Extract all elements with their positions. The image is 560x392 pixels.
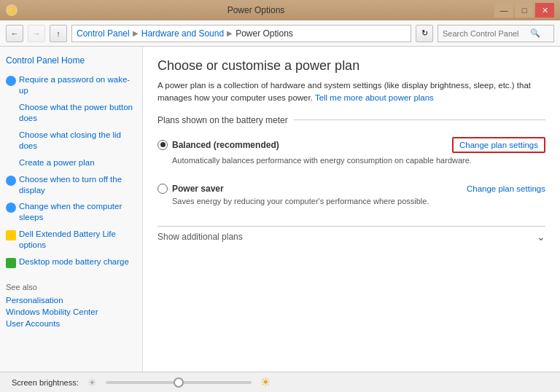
bullet-icon <box>6 176 16 186</box>
search-input[interactable] <box>443 29 530 38</box>
window-controls: — □ ✕ <box>494 3 554 17</box>
search-bar[interactable]: 🔍 <box>438 25 554 42</box>
main-container: Control Panel Home Require a password on… <box>0 47 560 372</box>
plan-balanced-row: Balanced (recommended) Change plan setti… <box>158 137 545 153</box>
sidebar-item-power-button[interactable]: Choose what the power button does <box>6 102 136 124</box>
bottombar: Screen brightness: ☀ ☀ <box>0 372 560 392</box>
content-area: Choose or customise a power plan A power… <box>143 47 560 372</box>
radio-balanced[interactable] <box>158 140 168 150</box>
see-also-section: See also Personalisation Windows Mobilit… <box>6 283 136 328</box>
minimize-button[interactable]: — <box>494 3 513 17</box>
plan-balanced: Balanced (recommended) Change plan setti… <box>158 133 545 170</box>
forward-button[interactable]: → <box>28 25 45 42</box>
sidebar-item-desktop-battery[interactable]: Desktop mode battery charge <box>6 256 136 268</box>
maximize-button[interactable]: □ <box>515 3 534 17</box>
show-additional-plans[interactable]: Show additional plans ⌄ <box>158 226 545 247</box>
back-button[interactable]: ← <box>6 25 23 42</box>
breadcrumb-controlpanel[interactable]: Control Panel <box>77 28 130 39</box>
sidebar-link-label: Create a power plan <box>19 157 95 168</box>
close-button[interactable]: ✕ <box>535 3 554 17</box>
sidebar-home-link[interactable]: Control Panel Home <box>6 55 136 66</box>
show-additional-label: Show additional plans <box>158 232 243 242</box>
sidebar-link-label: Choose what closing the lid does <box>19 130 136 152</box>
window-title: Power Options <box>18 5 494 15</box>
dell-icon <box>6 230 16 240</box>
bullet-icon <box>6 203 16 213</box>
radio-powersaver[interactable] <box>158 184 168 194</box>
breadcrumb-poweroptions: Power Options <box>236 28 293 39</box>
breadcrumb-bar: Control Panel ▶ Hardware and Sound ▶ Pow… <box>71 25 411 42</box>
sidebar-item-create-plan[interactable]: Create a power plan <box>6 157 136 168</box>
sun-low-icon: ☀ <box>88 377 97 388</box>
plan-powersaver: Power saver Change plan settings Saves e… <box>158 179 545 211</box>
sidebar-link-label: Desktop mode battery charge <box>19 256 129 267</box>
breadcrumb-hardwareandsound[interactable]: Hardware and Sound <box>141 28 224 39</box>
see-also-user-accounts[interactable]: User Accounts <box>6 319 136 328</box>
tell-me-more-link[interactable]: Tell me more about power plans <box>315 93 434 102</box>
titlebar: ⚡ Power Options — □ ✕ <box>0 0 560 20</box>
app-icon: ⚡ <box>6 4 18 16</box>
change-plan-powersaver-link[interactable]: Change plan settings <box>467 184 545 193</box>
plans-section-header: Plans shown on the battery meter <box>158 115 545 125</box>
sidebar-item-closing-lid[interactable]: Choose what closing the lid does <box>6 130 136 152</box>
bullet-icon <box>6 76 16 86</box>
refresh-button[interactable]: ↻ <box>416 25 433 42</box>
plan-powersaver-label[interactable]: Power saver <box>158 184 224 194</box>
sidebar-link-label: Choose when to turn off the display <box>19 174 136 196</box>
desktop-icon <box>6 258 16 268</box>
plan-balanced-desc: Automatically balances performance with … <box>172 155 545 166</box>
sidebar-item-turn-off-display[interactable]: Choose when to turn off the display <box>6 174 136 196</box>
sidebar-item-dell-battery[interactable]: Dell Extended Battery Life options <box>6 229 136 251</box>
see-also-title: See also <box>6 283 136 291</box>
chevron-down-icon: ⌄ <box>537 231 545 243</box>
sidebar-link-label: Require a password on wake-up <box>19 74 136 96</box>
addressbar: ← → ↑ Control Panel ▶ Hardware and Sound… <box>0 20 560 47</box>
up-button[interactable]: ↑ <box>50 25 67 42</box>
sidebar-link-label: Choose what the power button does <box>19 102 136 124</box>
sidebar-item-require-password[interactable]: Require a password on wake-up <box>6 74 136 96</box>
brightness-label: Screen brightness: <box>12 378 79 387</box>
page-description: A power plan is a collection of hardware… <box>158 79 545 105</box>
sidebar-link-label: Dell Extended Battery Life options <box>19 229 136 251</box>
sidebar-link-label: Change when the computer sleeps <box>19 201 136 223</box>
sidebar: Control Panel Home Require a password on… <box>0 47 143 372</box>
plan-balanced-label[interactable]: Balanced (recommended) <box>158 140 279 150</box>
see-also-personalisation[interactable]: Personalisation <box>6 296 136 305</box>
see-also-mobility-center[interactable]: Windows Mobility Center <box>6 307 136 316</box>
sidebar-item-computer-sleeps[interactable]: Change when the computer sleeps <box>6 201 136 223</box>
sun-high-icon: ☀ <box>260 375 271 389</box>
search-icon[interactable]: 🔍 <box>530 28 540 38</box>
page-title: Choose or customise a power plan <box>158 58 545 74</box>
plan-powersaver-row: Power saver Change plan settings <box>158 184 545 194</box>
change-plan-balanced-link[interactable]: Change plan settings <box>452 137 545 153</box>
brightness-slider[interactable] <box>106 381 252 384</box>
plan-powersaver-desc: Saves energy by reducing your computer's… <box>172 196 545 207</box>
